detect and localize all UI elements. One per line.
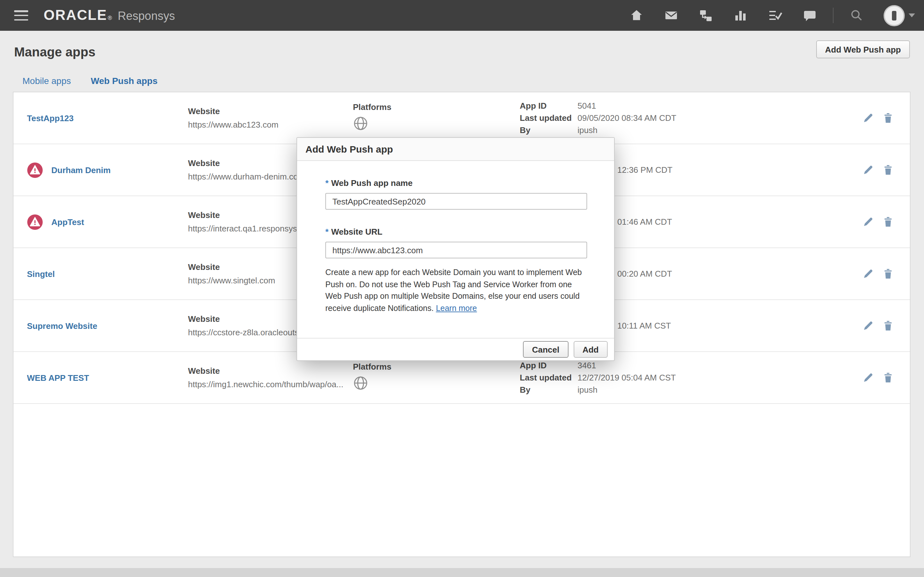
last-updated-value: 09/05/2020 08:34 AM CDT [577,113,676,123]
platforms-label: Platforms [353,102,391,112]
delete-icon[interactable] [883,217,893,227]
top-navigation-bar: ORACLE ® Responsys [0,0,924,31]
website-url: https://www.singtel.com [188,276,275,285]
by-label: By [520,125,577,135]
edit-icon[interactable] [863,321,873,331]
avatar[interactable] [884,5,905,26]
platforms-label: Platforms [353,362,391,372]
globe-icon [353,116,368,131]
alert-icon [27,162,43,178]
registered-mark: ® [108,15,112,21]
user-menu[interactable] [884,5,915,26]
app-id-label: App ID [520,361,577,370]
website-url: https://www.durham-denim.com [188,172,305,181]
cancel-button[interactable]: Cancel [523,341,568,358]
app-id-label: App ID [520,101,577,111]
learn-more-link[interactable]: Learn more [436,303,477,313]
alert-icon [27,214,43,230]
required-marker: * [325,178,328,188]
website-url: https://interact.qa1.responsys.n [188,224,304,234]
programs-icon[interactable] [698,8,714,23]
brand-logo: ORACLE ® Responsys [44,7,175,24]
search-icon[interactable] [849,8,864,23]
delete-icon[interactable] [883,321,893,331]
table-row: TestApp123 Website https://www.abc123.co… [13,92,910,144]
app-id-value: 5041 [577,101,676,111]
edit-icon[interactable] [863,113,873,123]
dialog-footer: Cancel Add [297,338,614,360]
edit-icon[interactable] [863,372,873,383]
product-name: Responsys [118,10,175,23]
website-label: Website [188,262,275,272]
last-updated-partial: 01:46 AM CDT [617,217,672,227]
by-label: By [520,385,577,395]
app-name-field-label: *Web Push app name [325,178,586,188]
website-label: Website [188,314,304,324]
last-updated-partial: 12:36 PM CDT [617,165,672,175]
by-value: ipush [577,125,676,135]
tab-bar: Mobile apps Web Push apps [21,72,159,93]
last-updated-partial: 00:20 AM CDT [617,269,672,279]
page-title: Manage apps [14,45,95,60]
website-url-field-label: *Website URL [325,227,586,237]
app-id-value: 3461 [577,361,676,370]
edit-icon[interactable] [863,165,873,175]
reports-icon[interactable] [733,8,748,23]
website-label: Website [188,158,305,168]
delete-icon[interactable] [883,269,893,279]
home-icon[interactable] [629,8,644,23]
tasks-icon[interactable] [767,8,783,23]
last-updated-label: Last updated [520,373,577,382]
bottom-strip [0,568,924,577]
last-updated-value: 12/27/2019 05:04 AM CST [577,373,676,382]
delete-icon[interactable] [883,372,893,383]
website-url: https://ccstore-z8la.oracleoutso [188,327,304,337]
app-name-link[interactable]: TestApp123 [27,113,73,123]
add-button[interactable]: Add [573,341,607,358]
last-updated-partial: 10:11 AM CST [617,321,671,330]
app-name-link[interactable]: Supremo Website [27,321,97,330]
app-name-link[interactable]: Durham Denim [51,165,111,175]
hamburger-menu-icon[interactable] [14,10,28,21]
topbar-divider [833,8,834,23]
app-name-link[interactable]: Singtel [27,269,55,279]
topbar-icons [629,0,915,31]
website-label: Website [188,366,343,376]
feedback-icon[interactable] [802,8,817,23]
website-url: https://www.abc123.com [188,120,278,129]
tab-mobile-apps[interactable]: Mobile apps [21,72,72,93]
mail-icon[interactable] [664,8,679,23]
edit-icon[interactable] [863,269,873,279]
add-web-push-app-button[interactable]: Add Web Push app [816,40,910,58]
website-label: Website [188,106,278,116]
by-value: ipush [577,385,676,395]
app-name-input[interactable] [325,193,587,210]
delete-icon[interactable] [883,113,893,123]
app-name-link[interactable]: AppTest [51,217,84,227]
dialog-notice: Create a new app for each Website Domain… [325,267,585,314]
website-label: Website [188,210,304,220]
delete-icon[interactable] [883,165,893,175]
last-updated-label: Last updated [520,113,577,123]
tab-web-push-apps[interactable]: Web Push apps [89,72,159,93]
website-url: https://img1.newchic.com/thumb/wap/oa... [188,380,343,389]
required-marker: * [325,227,328,237]
add-web-push-app-dialog: Add Web Push app *Web Push app name *Web… [296,137,615,361]
edit-icon[interactable] [863,217,873,227]
chevron-down-icon[interactable] [909,13,915,17]
manage-apps-page: ORACLE ® Responsys [0,0,924,577]
oracle-logo: ORACLE [44,7,107,24]
app-name-link[interactable]: WEB APP TEST [27,373,89,382]
globe-icon [353,376,368,391]
dialog-title: Add Web Push app [297,138,614,161]
website-url-input[interactable] [325,242,587,258]
